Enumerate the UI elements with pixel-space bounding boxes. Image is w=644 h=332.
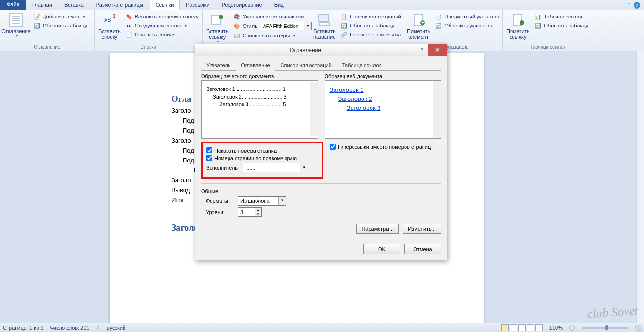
mark-citation-button[interactable]: Пометить ссылку (505, 11, 530, 40)
zoom-out-icon[interactable]: − (569, 325, 575, 331)
chevron-down-icon[interactable]: ▼ (300, 163, 308, 172)
svg-rect-10 (320, 23, 329, 26)
view-print-layout-icon[interactable] (501, 324, 509, 331)
spin-down-icon[interactable]: ▼ (255, 212, 261, 216)
tab-mailings[interactable]: Рассылки (180, 0, 215, 10)
formats-select[interactable] (238, 197, 278, 205)
preview-scrollbar[interactable] (310, 82, 318, 136)
insert-endnote-button[interactable]: 🔖Вставить концевую сноску (124, 12, 201, 21)
web-preview: Заголовок 1 Заголовок 2 Заголовок 3 (325, 80, 441, 139)
levels-input[interactable] (238, 208, 255, 216)
view-web-icon[interactable] (518, 324, 526, 331)
footnote-icon: AB1 (102, 12, 117, 27)
index-icon: 📑 (435, 13, 442, 20)
filler-input[interactable] (243, 163, 300, 172)
chevron-down-icon[interactable]: ▼ (278, 197, 286, 205)
highlighted-options: Показать номера страниц Номера страниц п… (201, 142, 323, 179)
next-icon: ⏭ (125, 22, 133, 29)
dialog-help-button[interactable]: ? (415, 47, 428, 53)
insert-citation-button[interactable]: Вставить ссылку▼ (205, 11, 229, 44)
table-icon: 📊 (534, 13, 542, 20)
cross-reference-button[interactable]: 🔗Перекрестная ссылка (338, 30, 405, 39)
file-tab[interactable]: Файл (0, 0, 26, 10)
caption-icon (317, 12, 332, 27)
filler-label: Заполнитель: (206, 165, 239, 170)
toc-dialog: Оглавление ? ✕ Указатель Оглавление Спис… (195, 44, 447, 260)
refresh-icon: 🔄 (534, 22, 542, 29)
update-index-button[interactable]: 🔄Обновить указатель (433, 21, 502, 30)
dialog-close-button[interactable]: ✕ (428, 44, 447, 56)
print-preview-label: Образец печатного документа (201, 73, 318, 79)
group-label-authorities: Таблица ссылок (505, 44, 590, 51)
table-of-figures-button[interactable]: 📋Список иллюстраций (338, 12, 405, 21)
toc-button[interactable]: Оглавление▼ (3, 11, 29, 38)
tab-insert[interactable]: Вставка (58, 0, 90, 10)
insert-caption-button[interactable]: Вставить название (312, 11, 336, 40)
mark-citation-icon (511, 12, 526, 27)
web-link-3[interactable]: Заголовок 3 (347, 104, 436, 111)
tab-review[interactable]: Рецензирование (216, 0, 268, 10)
web-link-1[interactable]: Заголовок 1 (330, 86, 436, 93)
help-icon[interactable]: ? (634, 2, 640, 9)
show-footnotes-button[interactable]: 📄Показать сноски (124, 30, 201, 39)
right-align-checkbox[interactable]: Номера страниц по правому краю (206, 155, 318, 161)
chevron-down-icon: ▼ (15, 34, 18, 38)
svg-text:AB: AB (104, 17, 111, 23)
modify-button[interactable]: Изменить... (403, 224, 441, 234)
status-words[interactable]: Число слов: 201 (50, 325, 89, 331)
style-icon: 🎨 (233, 22, 241, 30)
tab-page-layout[interactable]: Разметка страницы (90, 0, 150, 10)
zoom-in-icon[interactable]: + (635, 325, 641, 331)
citation-icon (210, 12, 225, 27)
tab-view[interactable]: Вид (268, 0, 290, 10)
web-link-2[interactable]: Заголовок 2 (338, 95, 436, 102)
view-outline-icon[interactable] (527, 324, 534, 331)
citation-style-combo[interactable]: 🎨Стиль: ▼ (231, 21, 314, 31)
svg-rect-0 (10, 13, 22, 27)
table-authorities-button[interactable]: 📊Таблица ссылок (532, 12, 590, 21)
update-authorities-button[interactable]: 🔄Обновить таблицу (532, 21, 590, 30)
mark-icon: + (411, 12, 426, 27)
spin-up-icon[interactable]: ▲ (255, 208, 261, 212)
zoom-level[interactable]: 110% (549, 325, 563, 331)
update-figures-button[interactable]: 🔄Обновить таблицу (338, 21, 405, 30)
show-page-numbers-checkbox[interactable]: Показать номера страниц (206, 147, 318, 153)
ok-button[interactable]: OK (363, 244, 400, 254)
update-toc-button[interactable]: 🔄Обновить таблицу (31, 21, 89, 30)
mark-entry-button[interactable]: + Пометить элемент (406, 11, 431, 40)
view-draft-icon[interactable] (535, 324, 543, 331)
cancel-button[interactable]: Отмена (404, 244, 441, 254)
minimize-ribbon-icon[interactable]: ⌃ (626, 2, 631, 8)
zoom-slider[interactable] (582, 327, 629, 329)
insert-footnote-button[interactable]: AB1 Вставить сноску (97, 11, 122, 40)
dlg-tab-authorities[interactable]: Таблица ссылок (337, 61, 387, 71)
add-text-button[interactable]: 📝Добавить текст▼ (31, 12, 89, 21)
view-fullscreen-icon[interactable] (510, 324, 517, 331)
hyperlinks-checkbox[interactable]: Гиперссылки вместо номеров страниц (330, 144, 431, 150)
endnote-icon: 🔖 (125, 13, 133, 20)
dlg-tab-toc[interactable]: Оглавление (236, 61, 275, 71)
dlg-tab-index[interactable]: Указатель (201, 61, 236, 71)
bibliography-button[interactable]: 📖Список литературы▼ (231, 31, 314, 40)
group-label-footnotes: Сноски (97, 44, 199, 51)
status-language[interactable]: русский (107, 325, 125, 331)
tab-home[interactable]: Главная (26, 0, 58, 10)
add-text-icon: 📝 (33, 13, 41, 20)
svg-point-8 (219, 15, 223, 19)
svg-point-15 (520, 20, 524, 25)
style-value[interactable] (261, 22, 304, 30)
svg-text:1: 1 (113, 13, 115, 18)
preview-scrollbar[interactable] (433, 81, 441, 138)
next-footnote-button[interactable]: ⏭Следующая сноска▼ (124, 21, 201, 30)
status-page[interactable]: Страница: 1 из 9 (3, 325, 44, 331)
refresh-icon: 🔄 (340, 22, 348, 29)
dlg-tab-figures[interactable]: Список иллюстраций (275, 61, 337, 71)
spellcheck-icon[interactable]: ✓ (96, 324, 100, 331)
manage-sources-button[interactable]: 📚Управление источниками (231, 12, 314, 21)
svg-text:+: + (421, 19, 424, 25)
tab-references[interactable]: Ссылки (150, 0, 180, 10)
vertical-scrollbar[interactable] (636, 51, 644, 323)
insert-index-button[interactable]: 📑Предметный указатель (433, 12, 502, 21)
options-button[interactable]: Параметры... (356, 224, 399, 234)
refresh-icon: 🔄 (435, 22, 442, 29)
